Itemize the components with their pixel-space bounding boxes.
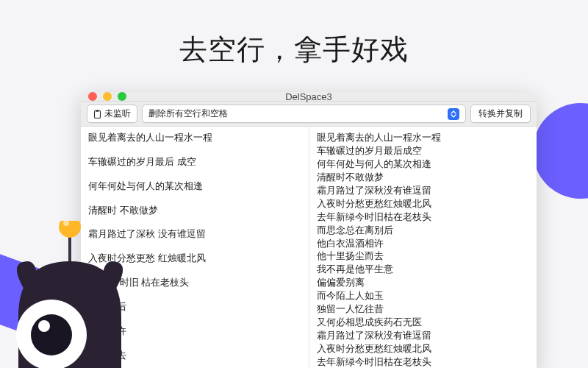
output-line: 他十里扬尘而去 [317,250,530,263]
output-line: 又何必相思成疾药石无医 [317,316,530,329]
input-line: 眼见着离去的人山一程水一程 [88,131,301,145]
output-line: 我不再是他平生意 [317,263,530,276]
listen-label: 未监听 [104,107,131,120]
output-line: 何年何处与何人的某次相逢 [317,158,530,171]
traffic-lights [88,92,126,101]
toolbar: 未监听 删除所有空行和空格 转换并复制 [81,102,537,127]
listen-toggle-button[interactable]: 未监听 [87,105,137,123]
output-line: 偏偏爱别离 [317,276,530,289]
output-line: 他白衣温酒相许 [317,237,530,250]
maximize-icon[interactable] [118,92,126,101]
page-headline: 去空行，拿手好戏 [0,0,588,68]
output-line: 霜月路过了深秋没有谁逗留 [317,329,530,342]
input-line: 何年何处与何人的某次相逢 [88,180,301,194]
mode-select[interactable]: 删除所有空行和空格 [142,105,466,123]
window-title: DelSpace3 [81,92,537,102]
output-line: 而思念总在离别后 [317,224,530,237]
content-panes: 眼见着离去的人山一程水一程车辙碾过的岁月最后 成空何年何处与何人的某次相逢清醒时… [81,127,537,368]
output-line: 去年新绿今时旧枯在老枝头 [317,355,530,368]
svg-rect-0 [95,110,101,118]
mode-selected-label: 删除所有空行和空格 [148,107,228,120]
output-line: 入夜时分愁更愁红烛暖北风 [317,197,530,210]
output-line: 去年新绿今时旧枯在老枝头 [317,210,530,224]
svg-point-3 [59,221,81,238]
output-pane[interactable]: 眼见着离去的人山一程水一程车辙碾过的岁月最后成空何年何处与何人的某次相逢清醒时不… [309,127,537,368]
chevron-up-down-icon [448,108,459,120]
titlebar: DelSpace3 [81,92,537,102]
output-line: 眼见着离去的人山一程水一程 [317,131,530,144]
output-line: 而今陌上人如玉 [317,289,530,302]
svg-point-7 [38,320,50,332]
output-line: 霜月路过了深秋没有谁逗留 [317,184,530,197]
close-icon[interactable] [88,92,97,101]
input-line: 清醒时 不敢做梦 [88,204,301,218]
mascot-character [0,221,140,368]
output-line: 入夜时分愁更愁红烛暖北风 [317,342,530,355]
clipboard-icon [93,110,101,118]
background-shape-right [533,103,588,199]
minimize-icon[interactable] [103,92,112,101]
output-line: 车辙碾过的岁月最后成空 [317,144,530,158]
app-window: DelSpace3 未监听 删除所有空行和空格 转换并复制 眼见着离去的人山一程… [81,92,537,368]
svg-rect-1 [96,110,99,111]
svg-point-6 [31,314,72,355]
output-line: 清醒时不敢做梦 [317,171,530,184]
convert-copy-button[interactable]: 转换并复制 [470,105,531,123]
output-line: 独留一人忆往昔 [317,302,530,316]
input-line: 车辙碾过的岁月最后 成空 [88,155,301,169]
